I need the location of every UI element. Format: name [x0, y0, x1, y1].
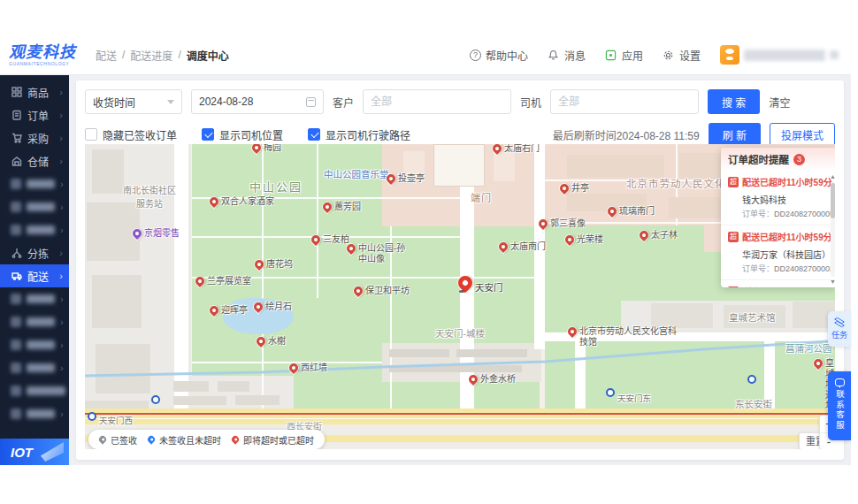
settings-button[interactable]: 设置 — [663, 48, 701, 63]
map-marker[interactable]: 投壶亭 — [387, 173, 425, 184]
sidebar-item-purchase[interactable]: 采购 › — [0, 126, 69, 149]
sidebar-item-warehouse[interactable]: 仓储 › — [0, 149, 69, 172]
chevron-right-icon: › — [60, 294, 64, 304]
map-marker-retail[interactable]: 京烟零售 — [133, 228, 180, 239]
map-label-zhongshan-park: 中山公园 — [249, 178, 303, 195]
sidebar-item-orders[interactable]: 订单 › — [0, 103, 69, 126]
date-input[interactable]: 2024-08-28 — [191, 89, 324, 114]
driver-input[interactable] — [550, 89, 699, 114]
cart-icon — [11, 133, 22, 144]
pin-icon — [537, 218, 549, 230]
contact-support-floating-tab[interactable]: 联系客服 — [828, 371, 851, 440]
brand-logo[interactable]: 观麦科技 GUANMAITECHNOLOGY — [0, 44, 85, 66]
sidebar-item-label: 分拣 — [27, 246, 49, 261]
pin-icon — [253, 258, 265, 271]
show-route-checkbox[interactable]: 显示司机行驶路径 — [308, 127, 410, 142]
gear-icon — [663, 49, 675, 61]
sidebar-iot-banner[interactable]: IOT — [0, 439, 69, 465]
date-value: 2024-08-28 — [199, 95, 253, 108]
apps-button[interactable]: 应用 — [605, 48, 643, 63]
sidebar-item-redacted[interactable]: › — [0, 172, 69, 195]
breadcrumb-progress[interactable]: 配送进度 — [130, 48, 172, 63]
map-label-art-museum: 皇城艺术馆 — [729, 310, 776, 324]
map-marker[interactable]: 太子林 — [640, 230, 678, 241]
breadcrumb-current: 调度中心 — [187, 48, 229, 63]
page: 观麦科技 GUANMAITECHNOLOGY 配送 / 配送进度 / 调度中心 … — [0, 0, 858, 504]
chevron-down-icon — [167, 100, 174, 104]
map-marker[interactable]: 太庙右门 — [493, 144, 540, 154]
map-marker[interactable]: 北京市劳动人民文化宫科技馆 — [568, 326, 678, 347]
building — [235, 395, 280, 405]
map-marker[interactable]: 中山公园-孙中山像 — [347, 243, 406, 264]
panel-title: 订单超时提醒 — [728, 152, 789, 166]
pin-icon — [558, 182, 571, 195]
time-type-select[interactable]: 收货时间 — [85, 89, 182, 114]
messages-button[interactable]: 消息 — [548, 48, 586, 63]
legend-overdue: 即将超时或已超时 — [232, 433, 314, 447]
show-route-label: 显示司机行驶路径 — [326, 127, 410, 142]
tasks-floating-tab[interactable]: 任务 — [828, 311, 851, 347]
map-marker[interactable]: 水榭 — [257, 336, 286, 347]
customer-input[interactable] — [363, 89, 511, 114]
legend-signed: 已签收 — [99, 433, 137, 447]
customer-name: 华润万家（科技园店）2 — [742, 248, 824, 261]
map-marker[interactable]: 三友柏 — [311, 234, 349, 245]
hide-signed-checkbox[interactable]: 隐藏已签收订单 — [85, 127, 177, 142]
sidebar-item-redacted[interactable]: › — [0, 195, 69, 218]
overdue-status: 配送已超时11小时59分 — [742, 175, 832, 188]
map-label-concert-hall: 中山公园音乐堂 — [324, 167, 389, 180]
cast-mode-button[interactable]: 投屏模式 — [770, 123, 835, 146]
map-marker[interactable]: 西红墙 — [289, 363, 327, 373]
building — [85, 401, 149, 409]
map-marker[interactable]: 迎晖亭 — [210, 305, 248, 316]
sidebar-item-sorting[interactable]: 分拣 › — [0, 241, 69, 264]
scrollbar-thumb[interactable] — [831, 183, 835, 218]
map-marker[interactable]: 井亭 — [560, 183, 589, 194]
map-marker[interactable]: 光荣楼 — [565, 234, 603, 245]
scroll-down-arrow[interactable]: ▼ — [829, 278, 835, 286]
map-marker[interactable]: 太庙南门 — [499, 241, 546, 252]
map-marker[interactable]: 梅园 — [252, 144, 281, 153]
search-button[interactable]: 搜 索 — [708, 89, 760, 114]
map-marker[interactable]: 双合人家酒家 — [210, 196, 274, 207]
chevron-down-icon — [830, 50, 839, 59]
map-marker[interactable]: 外金水桥 — [469, 374, 516, 385]
pin-icon — [208, 195, 220, 208]
alert-order-item[interactable]: 超 配送已超时11小时59分 华润万家（科技园店）2 订单号：DD2408270… — [721, 225, 835, 279]
sidebar-item-delivery[interactable]: 配送 › — [0, 264, 69, 287]
sidebar-item-redacted[interactable]: › — [0, 333, 69, 356]
pin-icon — [250, 144, 263, 154]
sidebar-item-redacted[interactable]: › — [0, 218, 69, 241]
sidebar-item-redacted[interactable]: › — [0, 310, 69, 333]
alert-order-item[interactable]: 超 剩余0分 华润万家（科技园店）2 — [721, 279, 835, 287]
map-marker[interactable]: 郭三喜像 — [539, 218, 586, 229]
road-lane-line — [85, 418, 835, 419]
user-account[interactable] — [720, 45, 839, 65]
sidebar-item-redacted[interactable] — [0, 379, 69, 402]
map-marker[interactable]: 兰亭展览室 — [195, 276, 251, 286]
map-marker[interactable]: 保卫和平坊 — [354, 286, 410, 296]
breadcrumb-delivery[interactable]: 配送 — [96, 48, 117, 63]
clear-button[interactable]: 清空 — [769, 95, 790, 110]
map-marker[interactable]: 琉璃南门 — [608, 206, 655, 217]
show-driver-checkbox[interactable]: 显示司机位置 — [202, 127, 283, 142]
sidebar-item-goods[interactable]: 商品 › — [0, 80, 69, 103]
sidebar-item-redacted[interactable]: › — [0, 356, 69, 379]
refresh-button[interactable]: 刷 新 — [709, 123, 761, 146]
alert-count-badge: 3 — [793, 154, 805, 165]
help-center-button[interactable]: ? 帮助中心 — [470, 48, 528, 63]
map-marker[interactable]: 蕙芳园 — [323, 202, 361, 212]
map-marker[interactable]: 唐花坞 — [255, 259, 293, 270]
map-label-changpu-park: 菖蒲河公园 — [785, 341, 832, 355]
dispatch-map[interactable]: 南北长街社区服务站 中山公园 中山公园音乐堂 端门 北京市劳动人民文化宫 天安门… — [85, 144, 835, 449]
map-label-tiananmen-tower: 天安门-城楼 — [435, 326, 485, 340]
metro-station-icon — [606, 388, 615, 397]
alert-order-item[interactable]: 超 配送已超时11小时59分 钱大妈科技 订单号：DD24082700005 — [721, 171, 835, 225]
sidebar-item-redacted[interactable]: › — [0, 402, 69, 425]
pin-icon — [563, 233, 576, 246]
delivery-order-marker[interactable]: 天安门 — [458, 275, 503, 294]
map-marker[interactable]: 绘月石 — [254, 302, 292, 312]
scroll-up-arrow[interactable]: ▲ — [829, 172, 835, 180]
sidebar-item-redacted[interactable]: › — [0, 287, 69, 310]
panel-scrollbar[interactable]: ▲ ▼ — [829, 172, 835, 286]
